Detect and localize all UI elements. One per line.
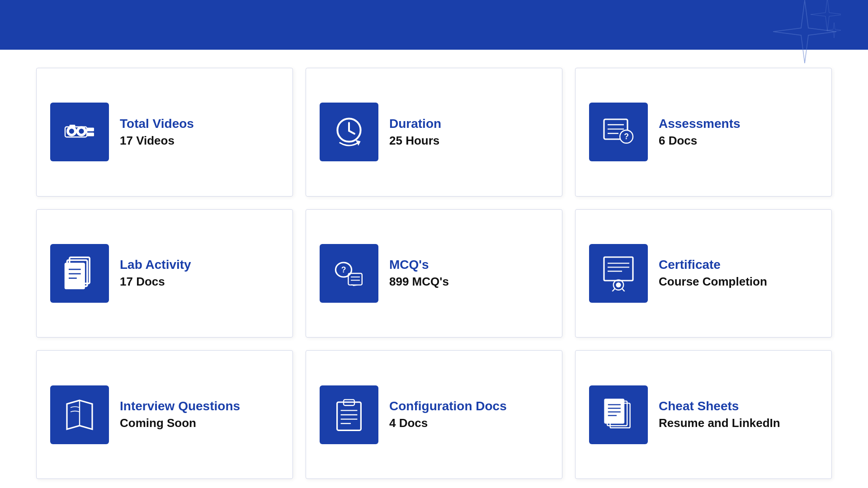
card-mcqs: ? MCQ's 899 MCQ's <box>306 209 562 338</box>
svg-rect-7 <box>70 125 75 127</box>
card-title-total-videos: Total Videos <box>120 117 194 131</box>
card-text-total-videos: Total Videos 17 Videos <box>120 117 194 148</box>
svg-point-1 <box>69 129 74 134</box>
svg-line-35 <box>622 289 625 291</box>
card-lab-activity: Lab Activity 17 Docs <box>36 209 293 338</box>
card-title-assessments: Assessments <box>659 117 741 131</box>
card-assessments: ? Assessments 6 Docs <box>575 68 832 197</box>
svg-point-3 <box>79 129 84 134</box>
star-decoration-icon <box>769 0 841 68</box>
card-value-assessments: 6 Docs <box>659 134 741 148</box>
page-header <box>0 0 868 50</box>
svg-line-34 <box>612 289 615 291</box>
card-text-interview-questions: Interview Questions Coming Soon <box>120 399 240 430</box>
certificate-icon <box>589 244 648 303</box>
card-title-interview-questions: Interview Questions <box>120 399 240 413</box>
assessment-icon: ? <box>589 103 648 161</box>
card-text-assessments: Assessments 6 Docs <box>659 117 741 148</box>
card-title-mcqs: MCQ's <box>389 258 449 272</box>
card-text-cheat-sheets: Cheat Sheets Resume and LinkedIn <box>659 399 780 430</box>
card-text-lab-activity: Lab Activity 17 Docs <box>120 258 191 289</box>
card-title-certificate: Certificate <box>659 258 767 272</box>
svg-rect-24 <box>348 273 362 285</box>
card-value-cheat-sheets: Resume and LinkedIn <box>659 416 780 430</box>
card-title-lab-activity: Lab Activity <box>120 258 191 272</box>
card-text-configuration-docs: Configuration Docs 4 Docs <box>389 399 507 430</box>
card-value-interview-questions: Coming Soon <box>120 416 240 430</box>
lab-icon <box>50 244 109 303</box>
card-value-configuration-docs: 4 Docs <box>389 416 507 430</box>
svg-text:?: ? <box>624 132 629 141</box>
clipboard-icon <box>320 385 378 444</box>
card-duration: Duration 25 Hours <box>306 68 562 197</box>
card-title-configuration-docs: Configuration Docs <box>389 399 507 413</box>
card-value-certificate: Course Completion <box>659 275 767 289</box>
card-value-duration: 25 Hours <box>389 134 441 148</box>
card-value-total-videos: 17 Videos <box>120 134 194 148</box>
card-text-mcqs: MCQ's 899 MCQ's <box>389 258 449 289</box>
svg-rect-18 <box>65 263 85 289</box>
card-text-certificate: Certificate Course Completion <box>659 258 767 289</box>
card-value-lab-activity: 17 Docs <box>120 275 191 289</box>
svg-rect-28 <box>604 257 633 281</box>
card-title-duration: Duration <box>389 117 441 131</box>
svg-rect-37 <box>337 402 361 430</box>
svg-marker-9 <box>355 140 360 146</box>
card-cheat-sheets: Cheat Sheets Resume and LinkedIn <box>575 350 832 479</box>
camera-icon <box>50 103 109 161</box>
sheets-icon <box>589 385 648 444</box>
card-certificate: Certificate Course Completion <box>575 209 832 338</box>
card-total-videos: Total Videos 17 Videos <box>36 68 293 197</box>
book-icon <box>50 385 109 444</box>
svg-text:?: ? <box>341 265 346 274</box>
mcq-icon: ? <box>320 244 378 303</box>
card-title-cheat-sheets: Cheat Sheets <box>659 399 780 413</box>
card-value-mcqs: 899 MCQ's <box>389 275 449 289</box>
card-configuration-docs: Configuration Docs 4 Docs <box>306 350 562 479</box>
svg-rect-45 <box>604 399 624 423</box>
clock-icon <box>320 103 378 161</box>
card-text-duration: Duration 25 Hours <box>389 117 441 148</box>
svg-point-33 <box>616 282 621 287</box>
svg-rect-5 <box>87 128 94 131</box>
cards-grid: Total Videos 17 Videos Duration 25 Hours <box>0 50 868 488</box>
card-interview-questions: Interview Questions Coming Soon <box>36 350 293 479</box>
svg-rect-6 <box>87 133 94 136</box>
